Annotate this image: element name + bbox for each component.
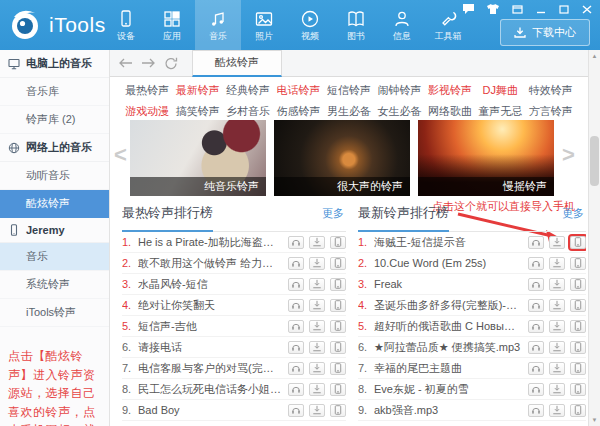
listen-button[interactable]: [528, 278, 544, 291]
import-to-phone-button[interactable]: [570, 362, 586, 375]
ringtone-title[interactable]: akb强音.mp3: [374, 403, 528, 418]
category-link[interactable]: 最热铃声: [122, 83, 172, 98]
category-link[interactable]: 方言铃声: [526, 104, 576, 119]
download-button[interactable]: [309, 236, 325, 249]
listen-button[interactable]: [288, 257, 304, 270]
import-to-phone-button[interactable]: [570, 404, 586, 417]
sidebar-item-itools-ringtones[interactable]: iTools铃声: [0, 299, 109, 327]
import-to-phone-button[interactable]: [330, 341, 346, 354]
import-to-phone-button[interactable]: [330, 320, 346, 333]
import-to-phone-button[interactable]: [570, 383, 586, 396]
listen-button[interactable]: [528, 320, 544, 333]
scroll-down-icon[interactable]: ▼: [589, 417, 600, 423]
minimize-icon[interactable]: [536, 5, 546, 14]
download-center-button[interactable]: 下载中心: [500, 19, 590, 46]
category-link[interactable]: 乡村音乐: [223, 104, 273, 119]
ringtone-title[interactable]: 超好听的俄语歌曲 С Новым годом: [374, 319, 528, 334]
category-link[interactable]: 男生必备: [324, 104, 374, 119]
back-icon[interactable]: [118, 57, 133, 69]
import-to-phone-button[interactable]: [330, 257, 346, 270]
ringtone-title[interactable]: 敢不敢用这个做铃声 给力的搞笑人声: [138, 256, 288, 271]
import-to-phone-button[interactable]: [330, 383, 346, 396]
skin-icon[interactable]: [487, 4, 499, 14]
download-button[interactable]: [309, 257, 325, 270]
forward-icon[interactable]: [141, 57, 156, 69]
download-button[interactable]: [549, 341, 565, 354]
ringtone-title[interactable]: 幸福的尾巴主题曲: [374, 361, 528, 376]
import-to-phone-button[interactable]: [330, 299, 346, 312]
import-to-phone-button[interactable]: [330, 404, 346, 417]
download-button[interactable]: [309, 299, 325, 312]
refresh-icon[interactable]: [164, 57, 178, 70]
more-link[interactable]: 更多: [562, 206, 584, 221]
download-button[interactable]: [309, 341, 325, 354]
listen-button[interactable]: [288, 278, 304, 291]
banner-pure-music[interactable]: 纯音乐铃声: [130, 120, 266, 196]
ringtone-title[interactable]: 电信客服与客户的对骂(完整版)-爆笑…: [138, 361, 288, 376]
listen-button[interactable]: [288, 236, 304, 249]
ringtone-title[interactable]: ★阿拉蕾品质★ 便携搞笑.mp3: [374, 340, 528, 355]
ringtone-title[interactable]: Freak: [374, 278, 528, 290]
category-link[interactable]: 童声无忌: [475, 104, 525, 119]
download-button[interactable]: [309, 404, 325, 417]
category-link[interactable]: 搞笑铃声: [172, 104, 222, 119]
sidebar-item-ringtone-library[interactable]: 铃声库 (2): [0, 106, 109, 134]
download-button[interactable]: [549, 299, 565, 312]
ringtone-title[interactable]: 10.Cue Word (Em 25s): [374, 257, 528, 269]
category-link[interactable]: 特效铃声: [526, 83, 576, 98]
download-button[interactable]: [549, 320, 565, 333]
import-to-phone-button[interactable]: [570, 299, 586, 312]
category-link[interactable]: DJ舞曲: [475, 83, 525, 98]
category-link[interactable]: 电话铃声: [273, 83, 323, 98]
download-button[interactable]: [309, 383, 325, 396]
listen-button[interactable]: [288, 383, 304, 396]
nav-tab-videos[interactable]: 视频: [287, 0, 333, 50]
download-button[interactable]: [549, 362, 565, 375]
tab-cool-ringtones[interactable]: 酷炫铃声: [192, 50, 282, 77]
download-button[interactable]: [549, 257, 565, 270]
download-button[interactable]: [549, 236, 565, 249]
ringtone-title[interactable]: 短信声-吉他: [138, 319, 288, 334]
sidebar-item-music-library[interactable]: 音乐库: [0, 78, 109, 106]
carousel-prev-icon[interactable]: <: [114, 144, 127, 166]
category-link[interactable]: 影视铃声: [425, 83, 475, 98]
nav-tab-photos[interactable]: 照片: [241, 0, 287, 50]
listen-button[interactable]: [528, 341, 544, 354]
ringtone-title[interactable]: 请接电话: [138, 340, 288, 355]
download-button[interactable]: [549, 383, 565, 396]
import-to-phone-button[interactable]: [570, 320, 586, 333]
listen-button[interactable]: [288, 320, 304, 333]
download-button[interactable]: [309, 278, 325, 291]
sidebar-item-cool-ringtones[interactable]: 酷炫铃声: [0, 190, 109, 218]
import-to-phone-button[interactable]: [570, 236, 586, 249]
tray-icon[interactable]: [512, 5, 523, 14]
download-button[interactable]: [549, 278, 565, 291]
feedback-icon[interactable]: [463, 4, 474, 14]
ringtone-title[interactable]: He is a Pirate-加勒比海盗原声: [138, 235, 288, 250]
close-icon[interactable]: [582, 5, 592, 14]
ringtone-title[interactable]: Bad Boy: [138, 404, 288, 416]
maximize-icon[interactable]: [559, 5, 569, 14]
download-button[interactable]: [309, 320, 325, 333]
listen-button[interactable]: [288, 404, 304, 417]
nav-tab-apps[interactable]: 应用: [149, 0, 195, 50]
listen-button[interactable]: [288, 341, 304, 354]
ringtone-title[interactable]: Eve东妮 - 初夏的雪: [374, 382, 528, 397]
import-to-phone-button[interactable]: [330, 236, 346, 249]
import-to-phone-button[interactable]: [330, 362, 346, 375]
sidebar-item-dongting-music[interactable]: 动听音乐: [0, 162, 109, 190]
more-link[interactable]: 更多: [322, 206, 344, 221]
sidebar-item-system-ringtones[interactable]: 系统铃声: [0, 271, 109, 299]
category-link[interactable]: 伤感铃声: [273, 104, 323, 119]
listen-button[interactable]: [528, 383, 544, 396]
listen-button[interactable]: [528, 236, 544, 249]
ringtone-title[interactable]: 绝对让你笑翻天: [138, 298, 288, 313]
ringtone-title[interactable]: 海贼王-短信提示音: [374, 235, 528, 250]
category-link[interactable]: 网络歌曲: [425, 104, 475, 119]
category-link[interactable]: 短信铃声: [324, 83, 374, 98]
category-link[interactable]: 女生必备: [374, 104, 424, 119]
import-to-phone-button[interactable]: [570, 341, 586, 354]
category-link[interactable]: 最新铃声: [172, 83, 222, 98]
ringtone-title[interactable]: 民工怎么玩死电信话务小姐的-搞笑铃…: [138, 382, 288, 397]
nav-tab-music[interactable]: 音乐: [195, 0, 241, 50]
